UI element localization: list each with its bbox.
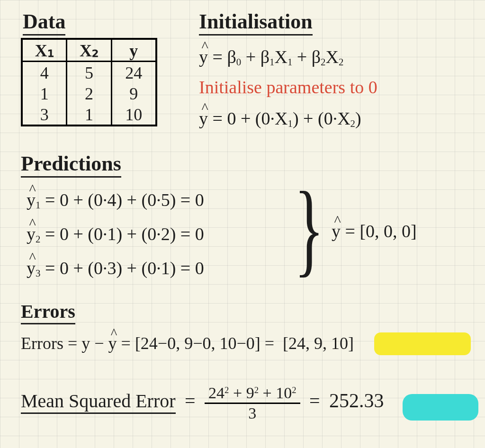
heading-mse: Mean Squared Error [21,390,176,414]
cell: 10 [112,104,155,125]
data-table-header: X₁ X₂ y [23,40,155,62]
cell: 4 [23,62,67,83]
col-y: y [112,40,155,62]
prediction-vector: y = [0, 0, 0] [332,221,417,242]
heading-initialisation: Initialisation [199,10,313,36]
cell: 9 [112,83,155,104]
highlight-errors-result [374,332,471,355]
mse-result: 252.33 [329,390,384,412]
mse-denominator: 3 [205,404,300,422]
prediction-y1: y1 = 0 + (0·4) + (0·5) = 0 [27,189,204,211]
mse-line: Mean Squared Error = 242 + 92 + 102 3 = … [21,385,384,421]
data-table: X₁ X₂ y 4 5 24 1 2 9 3 1 10 [21,38,157,126]
cell: 5 [67,62,112,83]
cell: 3 [23,104,67,125]
model-equation: y = β0 + β1X1 + β2X2 [199,46,343,68]
table-row: 4 5 24 [23,62,155,83]
errors-result: [24, 9, 10] [283,334,354,353]
cell: 1 [23,83,67,104]
heading-data: Data [23,10,65,36]
heading-predictions: Predictions [21,152,121,178]
init-note: Initialise parameters to 0 [199,77,377,98]
highlight-mse-result [403,394,478,421]
heading-errors: Errors [21,301,75,324]
table-row: 1 2 9 [23,83,155,104]
cell: 24 [112,62,155,83]
table-row: 3 1 10 [23,104,155,125]
prediction-y2: y2 = 0 + (0·1) + (0·2) = 0 [27,224,204,245]
curly-brace-icon: } [294,176,324,280]
model-equation-initialised: y = 0 + (0·X1) + (0·X2) [199,108,361,130]
col-x1: X₁ [23,40,67,62]
prediction-y3: y3 = 0 + (0·3) + (0·1) = 0 [27,258,204,279]
mse-numerator: 242 + 92 + 102 [205,385,300,404]
errors-line: Errors = y − y = [24−0, 9−0, 10−0] = [24… [21,333,354,353]
cell: 1 [67,104,112,125]
col-x2: X₂ [67,40,112,62]
cell: 2 [67,83,112,104]
